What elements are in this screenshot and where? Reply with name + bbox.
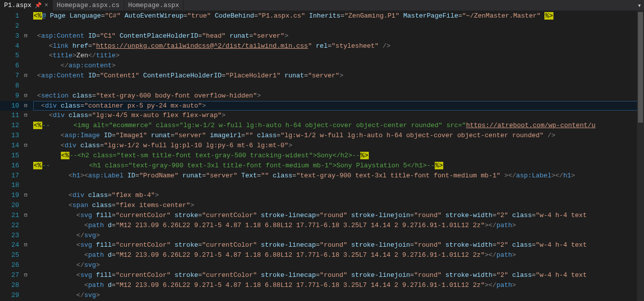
code-line[interactable]: 17 <h1><asp:Label ID="ProdName" runat="s… <box>0 171 644 181</box>
code-text[interactable]: <path d="M12 2l3.09 6.26L22 9.27l-5 4.87… <box>33 221 644 231</box>
fold-toggle <box>24 280 33 290</box>
code-line[interactable]: 10⊟ <div class="container px-5 py-24 mx-… <box>0 101 644 111</box>
fold-toggle <box>24 81 33 91</box>
code-text[interactable] <box>33 81 644 91</box>
fold-toggle <box>24 250 33 260</box>
line-number: 5 <box>0 51 24 61</box>
line-number: 15 <box>0 151 24 161</box>
fold-toggle[interactable]: ⊟ <box>24 240 33 250</box>
line-number: 23 <box>0 231 24 241</box>
code-text[interactable]: <asp:Content ID="Content1" ContentPlaceH… <box>33 71 644 81</box>
code-line[interactable]: 19⊟ <div class="flex mb-4"> <box>0 190 644 200</box>
code-line[interactable]: 27⊟ <svg fill="currentColor" stroke="cur… <box>0 270 644 280</box>
code-line[interactable]: 15 <%--<h2 class="text-sm title-font tex… <box>0 151 644 161</box>
code-editor[interactable]: 1<%@ Page Language="C#" AutoEventWireup=… <box>0 11 644 301</box>
code-line[interactable]: 23 </svg> <box>0 231 644 241</box>
line-number: 9 <box>0 91 24 101</box>
code-line[interactable]: 5 <title>Zen</title> <box>0 51 644 61</box>
code-line[interactable]: 2 <box>0 21 644 31</box>
code-line[interactable]: 4 <link href="https://unpkg.com/tailwind… <box>0 41 644 51</box>
code-text[interactable]: </svg> <box>33 260 644 270</box>
fold-toggle[interactable]: ⊟ <box>24 141 33 151</box>
code-text[interactable]: <svg fill="currentColor" stroke="current… <box>33 240 644 250</box>
tab-homepage-aspx-cs[interactable]: Homepage.aspx.cs <box>53 0 124 11</box>
code-text[interactable]: <link href="https://unpkg.com/tailwindcs… <box>33 41 644 51</box>
fold-toggle <box>24 290 33 300</box>
code-text[interactable]: <%@ Page Language="C#" AutoEventWireup="… <box>33 11 644 21</box>
code-line[interactable]: 16<%-- <h1 class="text-gray-900 text-3xl… <box>0 161 644 171</box>
code-text[interactable]: <path d="M12 2l3.09 6.26L22 9.27l-5 4.87… <box>33 250 644 260</box>
line-number: 14 <box>0 141 24 151</box>
chevron-down-icon: ▾ <box>637 2 641 10</box>
code-text[interactable]: <h1><asp:Label ID="ProdName" runat="serv… <box>33 171 644 181</box>
code-line[interactable]: 8 <box>0 81 644 91</box>
vertical-scrollbar[interactable] <box>637 11 644 301</box>
code-line[interactable]: 28 <path d="M12 2l3.09 6.26L22 9.27l-5 4… <box>0 280 644 290</box>
code-text[interactable]: <div class="container px-5 py-24 mx-auto… <box>33 101 644 111</box>
code-text[interactable]: </svg> <box>33 290 644 300</box>
fold-toggle[interactable]: ⊟ <box>24 111 33 121</box>
code-text[interactable]: <section class="text-gray-600 body-font … <box>33 91 644 101</box>
fold-toggle[interactable]: ⊟ <box>24 71 33 81</box>
code-line[interactable]: 13 <asp:Image ID="Image1" runat="server"… <box>0 131 644 141</box>
code-line[interactable]: 7⊟ <asp:Content ID="Content1" ContentPla… <box>0 71 644 81</box>
line-number: 27 <box>0 270 24 280</box>
code-line[interactable]: 25 <path d="M12 2l3.09 6.26L22 9.27l-5 4… <box>0 250 644 260</box>
code-line[interactable]: 29 </svg> <box>0 290 644 300</box>
code-text[interactable]: </svg> <box>33 231 644 241</box>
fold-toggle[interactable]: ⊟ <box>24 270 33 280</box>
code-line[interactable]: 22 <path d="M12 2l3.09 6.26L22 9.27l-5 4… <box>0 221 644 231</box>
code-text[interactable]: <title>Zen</title> <box>33 51 644 61</box>
tab-label: Homepage.aspx.cs <box>57 2 120 9</box>
scrollbar-thumb[interactable] <box>638 12 643 123</box>
code-text[interactable]: <svg fill="currentColor" stroke="current… <box>33 270 644 280</box>
line-number: 10 <box>0 101 24 111</box>
code-line[interactable]: 11⊟ <div class="lg:w-4/5 mx-auto flex fl… <box>0 111 644 121</box>
fold-toggle <box>24 231 33 241</box>
code-text[interactable]: <path d="M12 2l3.09 6.26L22 9.27l-5 4.87… <box>33 280 644 290</box>
code-text[interactable]: <div class="flex mb-4"> <box>33 190 644 200</box>
code-text[interactable]: <svg fill="currentColor" stroke="current… <box>33 211 644 221</box>
line-number: 18 <box>0 180 24 190</box>
code-text[interactable]: <div class="lg:w-1/2 w-full lg:pl-10 lg:… <box>33 141 644 151</box>
tab-p1-aspx[interactable]: P1.aspx 📌 × <box>0 0 53 11</box>
fold-toggle <box>24 161 33 171</box>
code-text[interactable]: <asp:Image ID="Image1" runat="server" im… <box>33 131 644 141</box>
fold-toggle[interactable]: ⊟ <box>24 190 33 200</box>
code-line[interactable]: 3⊟ <asp:Content ID="C1" ContentPlaceHold… <box>0 31 644 41</box>
code-text[interactable]: </asp:content> <box>33 61 644 71</box>
code-line[interactable]: 1<%@ Page Language="C#" AutoEventWireup=… <box>0 11 644 21</box>
code-text[interactable]: <%--<h2 class="text-sm title-font text-g… <box>33 151 644 161</box>
code-line[interactable]: 12<%-- <img alt="ecommerce" class="lg:w-… <box>0 121 644 131</box>
fold-toggle <box>24 51 33 61</box>
tab-homepage-aspx[interactable]: Homepage.aspx <box>124 0 184 11</box>
tab-overflow-button[interactable]: ▾ <box>635 0 644 11</box>
line-number: 29 <box>0 290 24 300</box>
code-line[interactable]: 9⊟ <section class="text-gray-600 body-fo… <box>0 91 644 101</box>
fold-toggle <box>24 131 33 141</box>
fold-toggle <box>24 171 33 181</box>
fold-toggle[interactable]: ⊟ <box>24 211 33 221</box>
code-line[interactable]: 20 <span class="flex items-center"> <box>0 200 644 211</box>
code-text[interactable] <box>33 21 644 31</box>
fold-toggle[interactable]: ⊟ <box>24 91 33 101</box>
fold-toggle <box>24 41 33 51</box>
code-text[interactable] <box>33 180 644 190</box>
line-number: 28 <box>0 280 24 290</box>
code-text[interactable]: <%-- <img alt="ecommerce" class="lg:w-1/… <box>33 121 644 131</box>
code-text[interactable]: <asp:Content ID="C1" ContentPlaceHolderI… <box>33 31 644 41</box>
code-line[interactable]: 24⊟ <svg fill="currentColor" stroke="cur… <box>0 240 644 250</box>
fold-toggle[interactable]: ⊟ <box>24 101 33 111</box>
code-text[interactable]: <div class="lg:w-4/5 mx-auto flex flex-w… <box>33 111 644 121</box>
code-text[interactable]: <span class="flex items-center"> <box>33 200 644 211</box>
code-line[interactable]: 6 </asp:content> <box>0 61 644 71</box>
pin-icon[interactable]: 📌 <box>35 2 42 9</box>
code-text[interactable]: <%-- <h1 class="text-gray-900 text-3xl t… <box>33 161 644 171</box>
fold-toggle[interactable]: ⊟ <box>24 31 33 41</box>
line-number: 4 <box>0 41 24 51</box>
code-line[interactable]: 26 </svg> <box>0 260 644 270</box>
code-line[interactable]: 18 <box>0 180 644 190</box>
close-icon[interactable]: × <box>45 3 48 9</box>
code-line[interactable]: 21⊟ <svg fill="currentColor" stroke="cur… <box>0 211 644 221</box>
code-line[interactable]: 14⊟ <div class="lg:w-1/2 w-full lg:pl-10… <box>0 141 644 151</box>
